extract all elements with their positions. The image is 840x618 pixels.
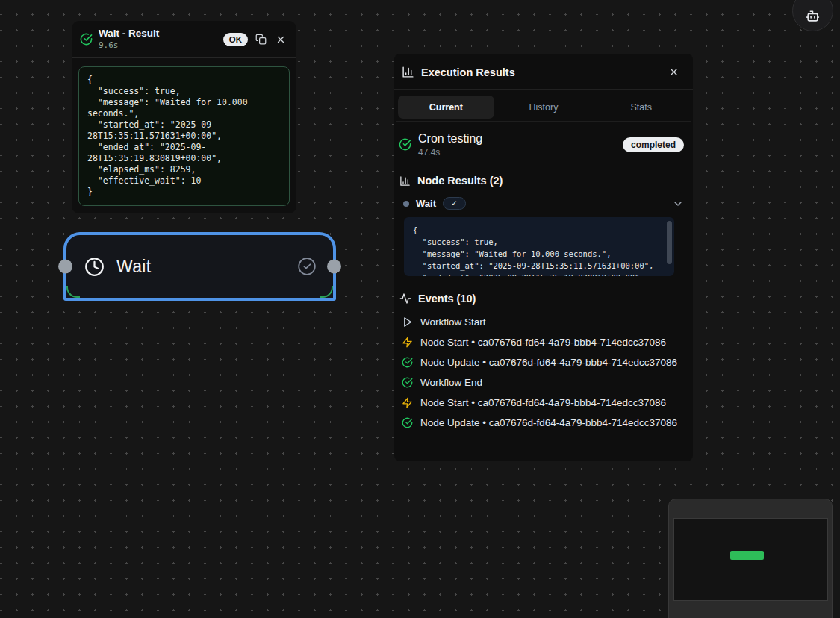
popup-header: Wait - Result 9.6s OK (72, 21, 296, 58)
check-circle-icon (402, 357, 413, 368)
execution-summary-row[interactable]: Cron testing 47.4s completed (394, 122, 693, 166)
node-result-check-badge: ✓ (443, 197, 466, 210)
copy-icon (255, 34, 267, 45)
minimap-node-marker (730, 551, 764, 560)
workflow-canvas[interactable]: { "colors": { "selection_blue": "#4f93e6… (0, 0, 840, 618)
event-row[interactable]: Workflow Start (394, 312, 693, 332)
zap-icon (402, 337, 413, 348)
wait-node[interactable]: Wait (63, 232, 336, 301)
copy-button[interactable] (254, 32, 268, 46)
tab-current[interactable]: Current (398, 96, 494, 119)
bar-chart-icon (402, 66, 414, 78)
check-circle-icon (402, 377, 413, 388)
panel-tabs: Current History Stats (396, 93, 691, 122)
node-success-border-left (66, 286, 80, 298)
close-icon (276, 34, 286, 45)
success-check-icon (399, 138, 411, 151)
node-dot-icon (403, 201, 409, 207)
play-icon (402, 316, 413, 328)
node-result-name: Wait (416, 198, 436, 209)
panel-close-button[interactable] (667, 65, 681, 79)
input-port[interactable] (58, 260, 72, 274)
popup-title: Wait - Result (99, 28, 217, 40)
node-title: Wait (116, 257, 151, 277)
node-result-popup: Wait - Result 9.6s OK { "success": true,… (72, 21, 296, 213)
clock-icon (84, 257, 105, 277)
bar-chart-icon (399, 175, 411, 187)
node-status-check-icon (297, 257, 317, 276)
robot-icon (806, 9, 820, 23)
execution-name: Cron testing (418, 131, 616, 146)
popup-duration: 9.6s (99, 40, 217, 51)
event-row[interactable]: Workflow End (394, 372, 693, 393)
panel-title: Execution Results (421, 66, 660, 78)
chevron-down-icon[interactable] (672, 198, 684, 210)
event-row[interactable]: Node Update • ca07676d-fd64-4a79-bbb4-71… (394, 352, 693, 372)
tab-history[interactable]: History (496, 96, 592, 119)
node-result-json[interactable]: { "success": true, "message": "Waited fo… (404, 217, 674, 276)
check-circle-icon (402, 417, 413, 428)
popup-close-button[interactable] (274, 33, 287, 46)
node-results-title: Node Results (2) (417, 175, 503, 187)
event-row[interactable]: Node Start • ca07676d-fd64-4a79-bbb4-714… (394, 393, 693, 413)
assistant-button[interactable] (792, 0, 833, 31)
node-success-border-right (320, 286, 333, 298)
event-row[interactable]: Node Start • ca07676d-fd64-4a79-bbb4-714… (394, 332, 693, 352)
success-check-icon (80, 33, 93, 46)
zap-icon (402, 397, 413, 408)
node-result-row[interactable]: Wait ✓ (394, 194, 693, 214)
event-row[interactable]: Node Update • ca07676d-fd64-4a79-bbb4-71… (394, 413, 693, 433)
output-port[interactable] (327, 260, 341, 274)
minimap[interactable] (668, 499, 833, 618)
events-title: Events (10) (418, 293, 476, 305)
execution-results-panel: Execution Results Current History Stats … (394, 54, 693, 461)
code-scrollbar[interactable] (667, 221, 672, 264)
status-badge: OK (223, 33, 248, 46)
minimap-viewport[interactable] (673, 518, 828, 601)
activity-icon (399, 293, 411, 305)
tab-stats[interactable]: Stats (593, 96, 689, 119)
close-icon (668, 66, 679, 78)
execution-duration: 47.4s (418, 147, 616, 157)
popup-result-json: { "success": true, "message": "Waited fo… (78, 66, 290, 206)
execution-status-badge: completed (623, 137, 684, 152)
